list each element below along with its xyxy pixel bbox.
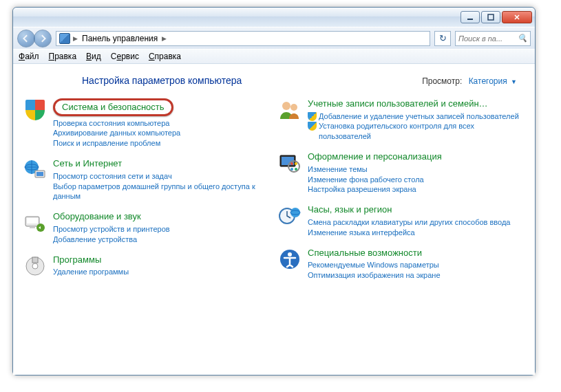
task-link-label: Проверка состояния компьютера [53, 118, 169, 129]
task-link-label: Выбор параметров домашней группы и общег… [53, 182, 271, 202]
category-text: Часы, язык и регионСмена раскладки клави… [308, 204, 525, 237]
svg-rect-5 [36, 172, 43, 176]
category-link[interactable]: Специальные возможности [308, 248, 525, 259]
category-link[interactable]: Сеть и Интернет [53, 158, 271, 169]
category-block: Специальные возможностиРекомендуемые Win… [277, 248, 525, 281]
net-icon [23, 158, 47, 182]
task-link[interactable]: Оптимизация изображения на экране [308, 270, 525, 281]
minimize-button[interactable] [461, 11, 480, 23]
task-link-label: Изменение фона рабочего стола [308, 175, 424, 185]
menu-file[interactable]: Файл [19, 52, 39, 61]
task-link[interactable]: Архивирование данных компьютера [53, 128, 271, 138]
task-link-label: Просмотр состояния сети и задач [53, 171, 172, 182]
categories-left: Система и безопасностьПроверка состояния… [23, 98, 271, 290]
svg-rect-8 [30, 226, 35, 228]
refresh-button[interactable]: ↻ [434, 31, 451, 46]
search-icon: 🔍 [518, 34, 527, 43]
view-mode-link[interactable]: Категория ▼ [469, 76, 517, 86]
task-link[interactable]: Удаление программы [53, 267, 271, 277]
category-block: Учетные записи пользователей и семейн…До… [277, 98, 525, 142]
search-input[interactable] [458, 34, 514, 43]
clock-icon [277, 204, 302, 228]
task-link[interactable]: Выбор параметров домашней группы и общег… [53, 182, 271, 202]
uac-shield-icon [308, 112, 317, 121]
svg-point-18 [290, 162, 293, 165]
prog-icon [23, 254, 47, 278]
category-link[interactable]: Система и безопасность [53, 98, 173, 116]
task-link[interactable]: Добавление устройства [53, 235, 271, 245]
categories-right: Учетные записи пользователей и семейн…До… [277, 98, 525, 290]
task-link[interactable]: Смена раскладки клавиатуры или других сп… [308, 217, 525, 228]
view-switcher: Просмотр: Категория ▼ [422, 76, 517, 86]
nav-buttons [17, 30, 52, 47]
category-link[interactable]: Оформление и персонализация [308, 151, 525, 162]
task-link-label: Настройка разрешения экрана [308, 184, 416, 195]
task-link[interactable]: Изменение темы [308, 164, 525, 175]
svg-point-11 [32, 263, 38, 269]
view-label: Просмотр: [422, 76, 462, 86]
breadcrumb-root[interactable]: Панель управления [81, 34, 159, 43]
menu-view[interactable]: Вид [86, 52, 101, 61]
category-link[interactable]: Программы [53, 254, 271, 265]
task-link[interactable]: Добавление и удаление учетных записей по… [308, 111, 525, 122]
task-link[interactable]: Установка родительского контроля для все… [308, 121, 525, 142]
forward-button[interactable] [34, 30, 52, 47]
search-box[interactable]: 🔍 [455, 31, 531, 46]
svg-point-13 [282, 102, 290, 110]
task-link[interactable]: Просмотр устройств и принтеров [53, 224, 271, 235]
category-text: ПрограммыУдаление программы [53, 254, 271, 278]
svg-point-23 [290, 208, 300, 217]
close-button[interactable] [502, 11, 532, 23]
menu-tools[interactable]: Сервис [111, 52, 139, 61]
back-button[interactable] [17, 30, 35, 47]
hw-icon [23, 211, 47, 235]
category-link[interactable]: Оборудование и звук [53, 211, 271, 222]
task-link-label: Изменение темы [308, 164, 368, 175]
appearance-icon [277, 151, 302, 175]
category-block: Часы, язык и регионСмена раскладки клави… [277, 204, 525, 237]
svg-rect-0 [467, 19, 473, 20]
nav-row: ▶ Панель управления ▶ ↻ 🔍 [13, 27, 535, 49]
task-link[interactable]: Проверка состояния компьютера [53, 118, 271, 129]
maximize-button[interactable] [481, 11, 500, 23]
task-link[interactable]: Изменение языка интерфейса [308, 228, 525, 238]
ease-icon [277, 248, 302, 271]
task-link[interactable]: Поиск и исправление проблем [53, 138, 271, 149]
svg-point-20 [295, 168, 297, 171]
task-link-label: Добавление и удаление учетных записей по… [319, 111, 519, 122]
control-panel-icon [59, 33, 70, 44]
task-link-label: Изменение языка интерфейса [308, 228, 415, 238]
explorer-window: ▶ Панель управления ▶ ↻ 🔍 Файл Правка Ви… [12, 7, 536, 375]
category-block: Оборудование и звукПросмотр устройств и … [23, 211, 271, 244]
task-link-label: Смена раскладки клавиатуры или других сп… [308, 217, 510, 228]
users-icon [277, 98, 302, 122]
task-link-label: Просмотр устройств и принтеров [53, 224, 170, 235]
uac-shield-icon [308, 122, 317, 131]
svg-rect-1 [488, 14, 494, 20]
task-link-label: Архивирование данных компьютера [53, 128, 180, 138]
task-link[interactable]: Настройка разрешения экрана [308, 184, 525, 195]
category-block: Оформление и персонализацияИзменение тем… [277, 151, 525, 195]
task-link[interactable]: Изменение фона рабочего стола [308, 175, 525, 185]
task-link[interactable]: Рекомендуемые Windows параметры [308, 260, 525, 270]
task-link-label: Рекомендуемые Windows параметры [308, 260, 439, 270]
svg-point-14 [290, 104, 297, 111]
shield-icon [23, 98, 47, 122]
task-link[interactable]: Просмотр состояния сети и задач [53, 171, 271, 182]
category-link[interactable]: Часы, язык и регион [308, 204, 525, 215]
breadcrumb-sep-icon: ▶ [73, 35, 78, 42]
menu-help[interactable]: Справка [149, 52, 181, 61]
category-block: Сеть и ИнтернетПросмотр состояния сети и… [23, 158, 271, 202]
address-bar[interactable]: ▶ Панель управления ▶ [56, 31, 430, 46]
svg-point-19 [295, 162, 297, 165]
category-text: Оформление и персонализацияИзменение тем… [308, 151, 525, 195]
category-text: Сеть и ИнтернетПросмотр состояния сети и… [53, 158, 271, 202]
category-link[interactable]: Учетные записи пользователей и семейн… [308, 98, 525, 109]
menu-edit[interactable]: Правка [49, 52, 77, 61]
svg-rect-12 [32, 257, 38, 263]
svg-rect-7 [27, 218, 38, 224]
category-text: Оборудование и звукПросмотр устройств и … [53, 211, 271, 244]
svg-point-26 [288, 252, 292, 257]
category-block: ПрограммыУдаление программы [23, 254, 271, 278]
category-text: Система и безопасностьПроверка состояния… [53, 98, 271, 149]
